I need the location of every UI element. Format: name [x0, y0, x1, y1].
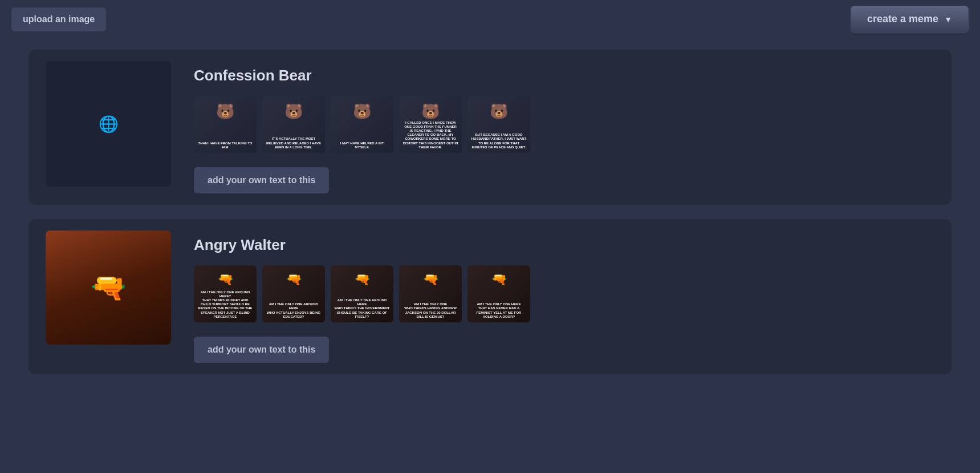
globe-icon: 🌐 [99, 115, 119, 134]
walter-figure-icon: 🔫 [91, 271, 126, 304]
list-item[interactable]: 🔫 AM I THE ONLY ONE HERE THAT HAS NEVER … [467, 265, 530, 322]
list-item[interactable]: 🔫 AM I THE ONLY ONE AROUND HERE WHO THIN… [331, 265, 393, 322]
list-item[interactable]: 🐻 I CALLED ONCE I MADE THEM ONE GOOD FRA… [399, 96, 462, 153]
confession-bear-examples: 🐻 THAN I HAVE FROM TALKING TO HIM 🐻 IT'S… [194, 96, 934, 153]
add-text-confession-bear-button[interactable]: add your own text to this [194, 167, 329, 193]
bear-caption-2: IT'S ACTUALLY THE MOST RELIEVED AND RELA… [265, 137, 323, 151]
bear-caption-3: I MAY HAVE HELPED A BIT MYSELF. [333, 142, 391, 151]
create-meme-label: create a meme [867, 13, 938, 25]
angry-walter-examples: 🔫 AM I THE ONLY ONE AROUND HERE? THAT TH… [194, 265, 934, 322]
walter-caption-5: AM I THE ONLY ONE HERE THAT HAS NEVER HA… [470, 302, 528, 320]
main-content: 🌐 Confession Bear 🐻 THAN I HAVE FROM TAL… [0, 38, 980, 400]
bear-icon-5: 🐻 [490, 103, 508, 120]
walter-icon-2: 🔫 [286, 272, 302, 287]
list-item[interactable]: 🔫 AM I THE ONLY ONE AROUND HERE WHO ACTU… [262, 265, 325, 322]
list-item[interactable]: 🔫 AM I THE ONLY ONE AROUND HERE? THAT TH… [194, 265, 257, 322]
list-item[interactable]: 🐻 THAN I HAVE FROM TALKING TO HIM [194, 96, 257, 153]
meme-card-angry-walter: 🔫 Angry Walter 🔫 AM I THE ONLY ONE AROUN… [29, 219, 951, 374]
bear-icon-2: 🐻 [284, 103, 303, 120]
bear-icon-3: 🐻 [353, 103, 371, 120]
bear-icon-4: 🐻 [421, 103, 440, 120]
walter-caption-4: AM I THE ONLY ONE WHO THINKS HAVING ANDR… [401, 302, 459, 320]
bear-icon-1: 🐻 [216, 103, 234, 120]
bear-caption-5: BUT BECAUSE I AM A GOOD HUSBAND/FATHER, … [470, 133, 528, 151]
angry-walter-info: Angry Walter 🔫 AM I THE ONLY ONE AROUND … [194, 231, 934, 363]
walter-icon-1: 🔫 [218, 272, 233, 287]
walter-icon-3: 🔫 [355, 272, 370, 287]
list-item[interactable]: 🐻 I MAY HAVE HELPED A BIT MYSELF. [331, 96, 393, 153]
confession-bear-title: Confession Bear [194, 67, 934, 84]
walter-caption-1: AM I THE ONLY ONE AROUND HERE? THAT THIN… [196, 290, 254, 320]
chevron-down-icon: ▼ [944, 15, 952, 24]
angry-walter-thumbnail: 🔫 [46, 231, 171, 345]
create-meme-button[interactable]: create a meme ▼ [851, 6, 969, 33]
list-item[interactable]: 🐻 BUT BECAUSE I AM A GOOD HUSBAND/FATHER… [467, 96, 530, 153]
list-item[interactable]: 🔫 AM I THE ONLY ONE WHO THINKS HAVING AN… [399, 265, 462, 322]
list-item[interactable]: 🐻 IT'S ACTUALLY THE MOST RELIEVED AND RE… [262, 96, 325, 153]
header: upload an image create a meme ▼ [0, 0, 980, 38]
meme-card-confession-bear: 🌐 Confession Bear 🐻 THAN I HAVE FROM TAL… [29, 50, 951, 205]
confession-bear-info: Confession Bear 🐻 THAN I HAVE FROM TALKI… [194, 61, 934, 193]
confession-bear-thumbnail: 🌐 [46, 61, 171, 187]
add-text-angry-walter-button[interactable]: add your own text to this [194, 337, 329, 363]
walter-icon-4: 🔫 [423, 272, 438, 287]
bear-caption-4: I CALLED ONCE I MADE THEM ONE GOOD FRAN … [401, 121, 459, 151]
upload-button[interactable]: upload an image [11, 7, 106, 31]
walter-icon-5: 🔫 [491, 272, 507, 287]
walter-caption-2: AM I THE ONLY ONE AROUND HERE WHO ACTUAL… [265, 302, 323, 320]
angry-walter-title: Angry Walter [194, 236, 934, 254]
bear-caption-1: THAN I HAVE FROM TALKING TO HIM [196, 142, 254, 151]
walter-caption-3: AM I THE ONLY ONE AROUND HERE WHO THINKS… [333, 298, 391, 320]
